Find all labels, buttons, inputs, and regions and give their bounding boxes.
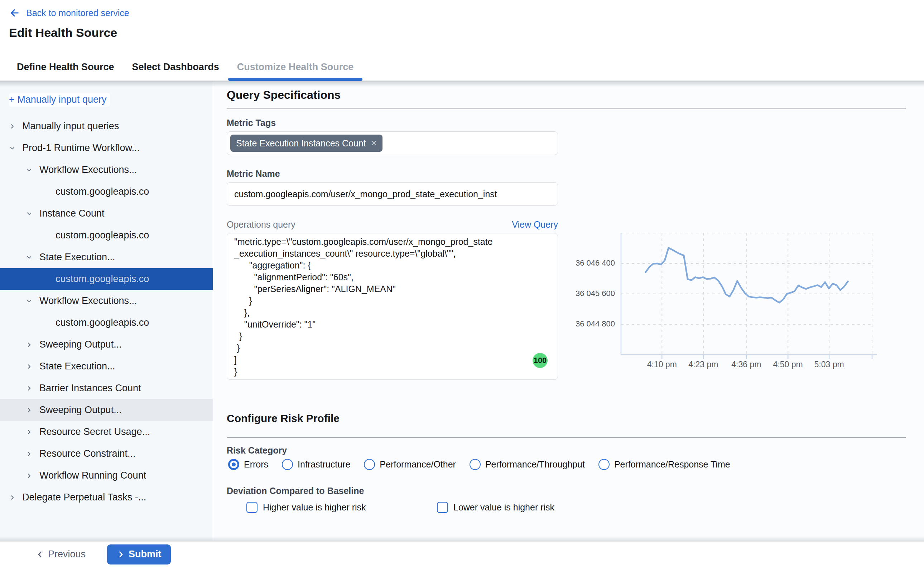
chevron-left-icon [36, 550, 44, 559]
operations-query-editor[interactable]: "filter": "metric.type=\"custom.googleap… [227, 233, 558, 380]
submit-button[interactable]: Submit [107, 544, 171, 564]
section-divider [227, 108, 906, 109]
previous-button[interactable]: Previous [36, 549, 86, 560]
tree-item[interactable]: Workflow Executions... [0, 290, 213, 312]
chevron-down-icon[interactable] [26, 254, 33, 261]
remove-tag-icon[interactable]: × [371, 138, 377, 148]
metric-tag-chip: State Execution Instances Count × [230, 135, 383, 152]
tree-item[interactable]: Sweeping Output... [0, 334, 213, 356]
tree-item[interactable]: Sweeping Output... [0, 399, 213, 421]
view-query-link[interactable]: View Query [512, 219, 558, 230]
risk-category-errors[interactable]: Errors [228, 459, 268, 470]
footer: Previous Submit [0, 541, 924, 567]
chevron-right-icon[interactable] [26, 341, 33, 348]
configure-risk-profile-title: Configure Risk Profile [227, 412, 340, 424]
tree-item-label: custom.googleapis.co [56, 317, 149, 328]
deviation-label: Deviation Compared to Baseline [227, 486, 364, 496]
radio-icon[interactable] [282, 459, 293, 470]
back-link-label: Back to monitored service [26, 8, 129, 18]
x-axis-label: 5:03 pm [801, 360, 858, 369]
tree-item[interactable]: Workflow Executions... [0, 159, 213, 181]
risk-category-performance-other[interactable]: Performance/Other [364, 459, 456, 470]
tree-item[interactable]: custom.googleapis.co [0, 268, 213, 290]
tab-define-health-source[interactable]: Define Health Source [8, 54, 123, 81]
tree-item-label: State Execution... [39, 252, 115, 263]
tree-item[interactable]: State Execution... [0, 356, 213, 377]
checkbox-icon[interactable] [246, 502, 257, 513]
chevron-right-icon[interactable] [26, 450, 33, 457]
chevron-down-icon[interactable] [26, 166, 33, 173]
tree-item[interactable]: Manually input queries [0, 115, 213, 137]
metric-tags-input[interactable]: State Execution Instances Count × [227, 131, 558, 155]
deviation-options: Higher value is higher riskLower value i… [246, 502, 554, 513]
page-title: Edit Health Source [9, 26, 117, 40]
query-sidebar: + Manually input query Manually input qu… [0, 81, 213, 541]
tree-item[interactable]: Resource Secret Usage... [0, 421, 213, 443]
tree-item-label: Manually input queries [22, 121, 119, 132]
tree-item-label: Delegate Perpetual Tasks -... [22, 492, 146, 503]
metric-name-input[interactable] [227, 182, 558, 206]
radio-icon[interactable] [470, 459, 481, 470]
checkbox-label: Higher value is higher risk [263, 502, 366, 513]
content-area: + Manually input query Manually input qu… [0, 81, 924, 541]
tree-item-label: Workflow Executions... [39, 164, 137, 176]
chevron-right-icon[interactable] [9, 123, 16, 130]
chevron-down-icon[interactable] [26, 297, 33, 304]
tree-item-label: State Execution... [39, 361, 115, 372]
tree-item[interactable]: custom.googleapis.co [0, 181, 213, 202]
tree-item[interactable]: State Execution... [0, 246, 213, 268]
tree-item-label: Sweeping Output... [39, 405, 122, 416]
risk-category-label: Risk Category [227, 445, 287, 456]
radio-label: Infrastructure [297, 459, 350, 470]
chevron-right-icon[interactable] [26, 472, 33, 479]
risk-category-performance-throughput[interactable]: Performance/Throughput [470, 459, 585, 470]
app-root: Back to monitored service Edit Health So… [0, 0, 924, 567]
tab-select-dashboards[interactable]: Select Dashboards [123, 54, 228, 81]
chevron-down-icon[interactable] [26, 210, 33, 217]
back-link[interactable]: Back to monitored service [9, 7, 129, 19]
back-arrow-icon [9, 7, 20, 19]
chevron-right-icon[interactable] [26, 385, 33, 392]
tree-item[interactable]: Workflow Running Count [0, 465, 213, 486]
tree-item[interactable]: custom.googleapis.co [0, 224, 213, 246]
tab-customize-health-source[interactable]: Customize Health Source [228, 54, 363, 81]
operations-query-text: "filter": "metric.type=\"custom.googleap… [227, 233, 557, 378]
metric-tag-chip-label: State Execution Instances Count [236, 138, 366, 148]
chevron-right-icon[interactable] [26, 429, 33, 435]
radio-label: Performance/Response Time [614, 459, 730, 470]
checkbox-higher-value-is-higher-risk[interactable]: Higher value is higher risk [246, 502, 437, 513]
tree-item[interactable]: Delegate Perpetual Tasks -... [0, 486, 213, 508]
tree-item-label: custom.googleapis.co [56, 273, 149, 285]
tree-item-label: custom.googleapis.co [56, 230, 149, 241]
chevron-right-icon[interactable] [26, 406, 33, 413]
radio-icon[interactable] [598, 459, 610, 470]
add-query-link[interactable]: + Manually input query [9, 93, 110, 106]
query-specifications-title: Query Specifications [227, 88, 341, 102]
chevron-right-icon[interactable] [9, 494, 16, 501]
tree-item[interactable]: Instance Count [0, 202, 213, 224]
tree-item[interactable]: Prod-1 Runtime Workflow... [0, 137, 213, 159]
y-axis-label: 36 046 400 [571, 258, 615, 268]
tree-item-label: Resource Secret Usage... [39, 426, 150, 437]
checkbox-icon[interactable] [437, 502, 448, 513]
operations-query-label: Operations query [227, 219, 296, 230]
metric-name-label: Metric Name [227, 169, 280, 179]
main-panel: Query Specifications Metric Tags State E… [213, 81, 924, 541]
risk-category-infrastructure[interactable]: Infrastructure [282, 459, 350, 470]
chevron-down-icon[interactable] [9, 145, 16, 152]
radio-icon[interactable] [364, 459, 375, 470]
chart-canvas [571, 226, 915, 376]
tree-item-label: Sweeping Output... [39, 339, 122, 350]
tree-item[interactable]: Barrier Instances Count [0, 377, 213, 399]
submit-button-label: Submit [129, 549, 162, 560]
tree-item-label: Workflow Executions... [39, 296, 137, 306]
chevron-right-icon[interactable] [26, 363, 33, 370]
tree-item[interactable]: custom.googleapis.co [0, 312, 213, 334]
risk-category-performance-response-time[interactable]: Performance/Response Time [598, 459, 730, 470]
query-health-badge: 100 [533, 353, 548, 368]
checkbox-lower-value-is-higher-risk[interactable]: Lower value is higher risk [437, 502, 554, 513]
radio-label: Performance/Throughput [485, 459, 585, 470]
tree-item[interactable]: Resource Constraint... [0, 443, 213, 465]
metric-preview-chart: 36 046 40036 045 60036 044 8004:10 pm4:2… [571, 226, 915, 376]
radio-selected-icon[interactable] [228, 459, 239, 470]
